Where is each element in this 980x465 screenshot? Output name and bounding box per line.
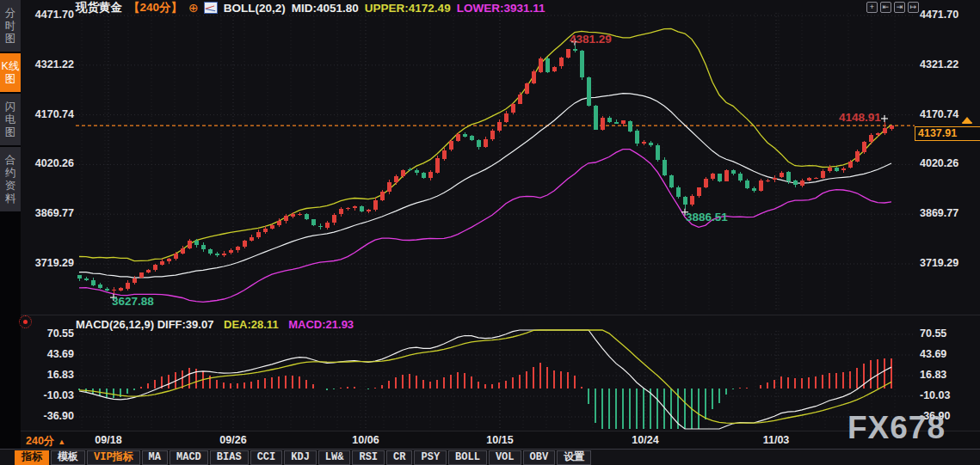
macd-tick-right: 16.83	[920, 369, 977, 381]
price-tick-right: 4321.22	[920, 58, 977, 70]
sidebar-tab-selected[interactable]: K线图	[0, 53, 21, 92]
sidebar: 分时图K线图闪电图合约资料	[0, 0, 21, 465]
recent-high-label: 4148.91	[839, 111, 881, 124]
price-tick-right: 3719.29	[920, 257, 977, 269]
toolbar-item-bias[interactable]: BIAS	[210, 450, 249, 465]
toolbar-item-rsi[interactable]: RSI	[352, 450, 385, 465]
compress-right-icon[interactable]: ⇥	[894, 2, 905, 13]
toolbar-item-kdj[interactable]: KDJ	[284, 450, 317, 465]
boll-upper-value: UPPER:4172.49	[365, 2, 451, 15]
period-title[interactable]: 【240分】	[128, 0, 182, 15]
boll-label: BOLL(20,2)	[224, 2, 286, 15]
indicator-toolbar: 指标模板VIP指标MAMACDBIASCCIKDJLW&RSICRPSYBOLL…	[0, 449, 980, 465]
boll-mid-value: MID:4051.80	[292, 2, 359, 15]
toolbar-item-cr[interactable]: CR	[386, 450, 412, 465]
price-tick-right: 4471.70	[920, 9, 977, 21]
macd-tick-right: 70.55	[920, 327, 977, 340]
date-label: 09/26	[219, 434, 246, 446]
symbol-title: 现货黄金	[76, 0, 122, 15]
peak-high-label: 4381.29	[570, 33, 612, 46]
price-tick-right: 3869.77	[920, 207, 977, 219]
toolbar-item-psy[interactable]: PSY	[414, 450, 447, 465]
toolbar-item-lw&[interactable]: LW&	[318, 450, 351, 465]
sidebar-tab-item[interactable]: 闪电图	[0, 94, 21, 145]
price-tick-left: 4471.70	[24, 9, 74, 21]
price-alert-icon[interactable]	[962, 117, 972, 125]
toolbar-item-macd[interactable]: MACD	[169, 450, 208, 465]
toolbar-item-cci[interactable]: CCI	[250, 450, 283, 465]
period-selector[interactable]: 240分▲	[26, 434, 65, 449]
toolbar-item-ma[interactable]: MA	[142, 450, 168, 465]
date-label: 10/06	[352, 434, 379, 446]
macd-tick-left: -10.03	[24, 389, 74, 401]
macd-tick-left: 16.83	[24, 369, 74, 381]
macd-tick-left: 70.55	[24, 327, 74, 340]
macd-tick-right: 43.69	[920, 348, 977, 360]
swing-low-label: 3886.51	[686, 211, 728, 223]
pan-icon[interactable]: +	[866, 2, 878, 13]
date-label: 11/03	[763, 434, 790, 446]
triangle-up-icon: ▲	[58, 437, 65, 446]
circle-plus-icon[interactable]: ⊕	[188, 1, 199, 15]
date-label: 10/24	[632, 434, 658, 446]
date-label: 10/15	[486, 434, 513, 446]
sidebar-tab-item[interactable]: 分时图	[0, 0, 21, 52]
toolbar-item-vip指标[interactable]: VIP指标	[87, 450, 140, 465]
date-axis: 240分▲ 09/1809/2610/0610/1510/2411/03	[0, 431, 980, 450]
macd-tick-left: -36.90	[24, 410, 74, 422]
shift-right-icon[interactable]: ↦	[908, 2, 919, 13]
chart-low-label: 3627.88	[112, 295, 154, 308]
kline-chart[interactable]	[0, 0, 980, 465]
chart-header: 现货黄金 【240分】 ⊕ BOLL(20,2) MID:4051.80 UPP…	[76, 1, 551, 15]
macd-tick-right: -10.03	[920, 389, 977, 401]
toolbar-item-obv[interactable]: OBV	[523, 450, 556, 465]
macd-dea-value: DEA:28.11	[224, 318, 279, 331]
sidebar-tab-item[interactable]: 合约资料	[0, 147, 21, 211]
mini-chart-icon[interactable]	[204, 2, 218, 14]
macd-main-value: MACD(26,12,9) DIFF:39.07	[76, 318, 213, 331]
toolbar-item-boll[interactable]: BOLL	[448, 450, 487, 465]
price-tick-left: 3719.29	[24, 257, 74, 269]
price-tick-left: 3869.77	[24, 207, 74, 219]
toolbar-item-模板[interactable]: 模板	[51, 450, 85, 465]
macd-tick-left: 43.69	[24, 348, 74, 360]
app-root: 分时图K线图闪电图合约资料 现货黄金 【240分】 ⊕ BOLL(20,2) M…	[0, 0, 980, 465]
toolbar-item-指标[interactable]: 指标	[15, 450, 49, 465]
price-tick-right: 4020.26	[920, 157, 977, 169]
macd-macd-value: MACD:21.93	[288, 318, 354, 331]
window-controls: +⇤⇥↦	[866, 2, 919, 13]
price-tick-left: 4020.26	[24, 157, 74, 169]
price-tick-left: 4321.22	[24, 58, 74, 70]
macd-header: MACD(26,12,9) DIFF:39.07 DEA:28.11 MACD:…	[76, 318, 361, 331]
price-tick-left: 4170.74	[24, 108, 74, 120]
date-label: 09/18	[95, 434, 121, 446]
recording-icon	[19, 315, 32, 328]
current-price-tag: 4137.91	[915, 126, 980, 141]
watermark-fx678: FX678	[847, 410, 946, 446]
toolbar-item-设置[interactable]: 设置	[557, 450, 591, 465]
compress-left-icon[interactable]: ⇤	[880, 2, 891, 13]
toolbar-item-vol[interactable]: VOL	[489, 450, 521, 465]
boll-lower-value: LOWER:3931.11	[457, 2, 545, 15]
